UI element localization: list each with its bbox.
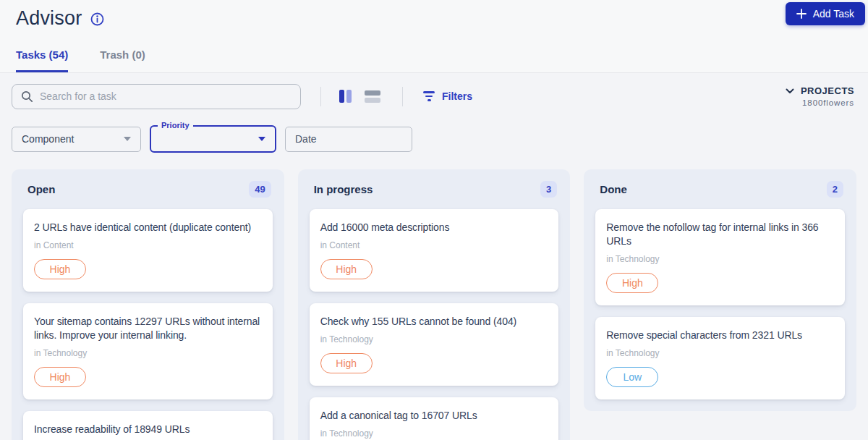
task-title: Remove special characters from 2321 URLs — [606, 329, 834, 342]
projects-label: PROJECTS — [801, 85, 854, 96]
task-card[interactable]: Remove special characters from 2321 URLs… — [595, 317, 845, 399]
task-card[interactable]: 2 URLs have identical content (duplicate… — [23, 209, 273, 292]
tab-tasks[interactable]: Tasks (54) — [16, 48, 68, 72]
top-bar: Advisor Add Task Tasks (54) Trash (0) — [0, 0, 868, 73]
task-title: Check why 155 URLs cannot be found (404) — [320, 315, 548, 329]
search-icon — [21, 90, 33, 103]
priority-badge: High — [34, 367, 86, 387]
task-card[interactable]: Add a canonical tag to 16707 URLs in Tec… — [310, 397, 559, 440]
filters-label: Filters — [442, 90, 472, 102]
page-title: Advisor — [16, 7, 82, 30]
priority-badge: High — [606, 273, 658, 293]
task-title: Remove the nofollow tag for internal lin… — [606, 221, 834, 248]
filter-icon — [423, 91, 435, 101]
priority-badge: Low — [606, 367, 658, 387]
date-dropdown-label: Date — [295, 133, 317, 145]
tab-trash[interactable]: Trash (0) — [100, 48, 145, 72]
add-task-label: Add Task — [813, 8, 854, 20]
priority-badge: High — [320, 353, 373, 373]
task-card[interactable]: Remove the nofollow tag for internal lin… — [595, 209, 845, 305]
task-title: Increase readability of 18949 URLs — [34, 423, 262, 436]
task-title: Your sitemap contains 12297 URLs without… — [34, 315, 262, 342]
task-component: in Technology — [606, 254, 834, 264]
column-count-badge: 49 — [249, 181, 271, 198]
column-title: In progress — [314, 183, 373, 195]
caret-down-icon — [258, 137, 265, 141]
column-count-badge: 3 — [540, 181, 557, 198]
filters-button[interactable]: Filters — [423, 90, 472, 102]
divider — [402, 87, 403, 106]
task-card[interactable]: Check why 155 URLs cannot be found (404)… — [310, 303, 559, 386]
info-icon[interactable] — [90, 12, 104, 26]
search-box[interactable] — [12, 84, 301, 109]
task-title: 2 URLs have identical content (duplicate… — [34, 221, 262, 234]
column-in-progress: In progress 3 Add 16000 meta description… — [298, 169, 571, 440]
column-count-badge: 2 — [827, 181, 843, 198]
priority-dropdown-label: Priority — [158, 121, 193, 130]
priority-badge: High — [320, 259, 373, 279]
projects-dropdown[interactable]: PROJECTS — [786, 85, 854, 96]
plus-icon — [796, 9, 807, 19]
task-component: in Technology — [320, 428, 548, 439]
filter-row: Component Priority Date — [12, 125, 856, 153]
task-card[interactable]: Increase readability of 18949 URLs in Co… — [23, 411, 273, 440]
priority-badge: High — [34, 259, 86, 279]
tab-bar: Tasks (54) Trash (0) — [16, 48, 145, 72]
list-view-icon[interactable] — [363, 89, 382, 104]
column-done: Done 2 Remove the nofollow tag for inter… — [584, 169, 856, 411]
search-input[interactable] — [40, 90, 292, 102]
divider — [320, 87, 321, 106]
task-component: in Technology — [34, 348, 262, 358]
project-name: 1800flowers — [786, 98, 854, 107]
task-card[interactable]: Your sitemap contains 12297 URLs without… — [23, 303, 273, 399]
column-open: Open 49 2 URLs have identical content (d… — [12, 169, 284, 440]
task-title: Add 16000 meta descriptions — [320, 221, 548, 234]
caret-down-icon — [124, 137, 131, 141]
add-task-button[interactable]: Add Task — [786, 2, 865, 25]
chevron-down-icon — [786, 88, 794, 94]
kanban-view-icon[interactable] — [338, 88, 353, 104]
priority-dropdown[interactable]: Priority — [150, 125, 276, 153]
toolbar: Filters PROJECTS 1800flowers — [12, 83, 854, 109]
task-component: in Content — [320, 240, 548, 250]
date-dropdown[interactable]: Date — [285, 127, 412, 152]
kanban-board: Open 49 2 URLs have identical content (d… — [12, 169, 856, 440]
column-title: Done — [600, 183, 627, 195]
task-title: Add a canonical tag to 16707 URLs — [320, 409, 548, 423]
component-dropdown[interactable]: Component — [12, 127, 141, 152]
component-dropdown-label: Component — [22, 133, 74, 145]
task-component: in Technology — [320, 334, 548, 344]
column-title: Open — [27, 183, 55, 195]
task-card[interactable]: Add 16000 meta descriptions in Content H… — [310, 209, 559, 292]
task-component: in Content — [34, 240, 262, 250]
task-component: in Technology — [606, 348, 834, 358]
